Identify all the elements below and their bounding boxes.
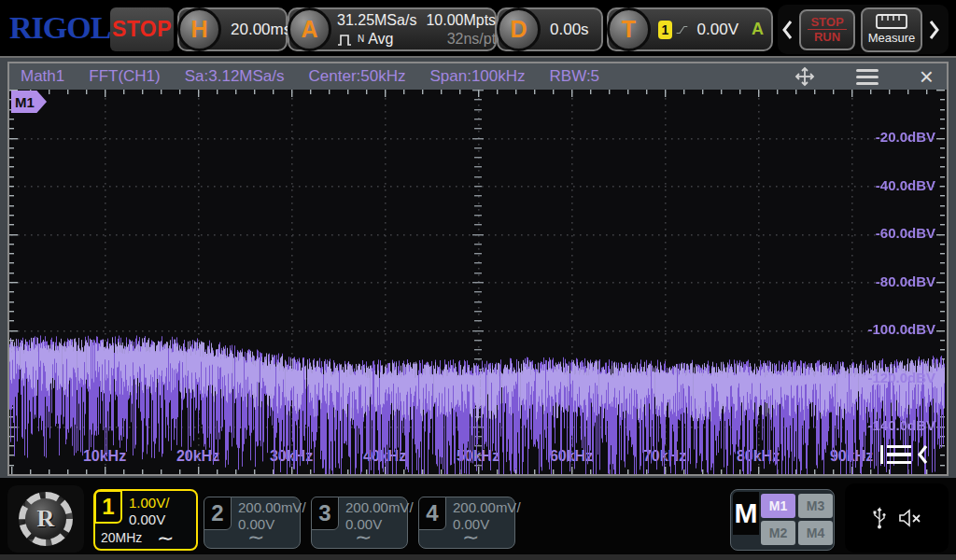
fft-rbw: RBW:5: [550, 67, 600, 86]
math-label: Math1: [21, 67, 64, 86]
speaker-muted-icon: [898, 508, 922, 528]
trigger-sweep-mode: A: [752, 20, 764, 39]
y-axis-label: -40.0dBV: [876, 177, 935, 193]
channel-2-button[interactable]: 2 200.00mV/ 0.00V ∼: [204, 497, 301, 549]
trigger-knob[interactable]: T: [607, 7, 651, 51]
channel-4-scale: 200.00mV/: [453, 499, 521, 515]
avg-mode-icon: [337, 32, 356, 47]
acquisition-mode: Avg: [368, 30, 393, 49]
fft-trace-canvas[interactable]: [9, 90, 945, 474]
channel-4-number: 4: [418, 497, 446, 530]
sample-resolution-value: 32ns/pt: [426, 30, 496, 49]
channel-1-number: 1: [94, 490, 122, 524]
trigger-source-badge: 1: [658, 21, 672, 39]
ac-coupling-icon: ∼: [462, 525, 477, 550]
ac-coupling-icon: ∼: [247, 525, 262, 550]
trigger-settings-button[interactable]: T 1 0.00V A: [607, 7, 773, 51]
y-axis-label: -120.0dBV: [867, 370, 935, 385]
y-axis-label: -60.0dBV: [876, 225, 935, 241]
math-slot-m4[interactable]: M4: [798, 521, 833, 545]
math-panel-button[interactable]: M M1 M3 M2 M4: [730, 489, 835, 551]
acquisition-settings-button[interactable]: A 31.25MSa/s N Avg 10.00Mpts 32ns/pt: [288, 7, 497, 51]
stop-run-button[interactable]: STOP RUN: [799, 9, 855, 50]
channel-4-button[interactable]: 4 200.00mV/ 0.00V ∼: [418, 497, 515, 549]
menu-collapse-icon[interactable]: [880, 444, 928, 465]
ac-coupling-icon: ∼: [355, 525, 370, 550]
fft-window-header[interactable]: Math1 FFT(CH1) Sa:3.12MSa/s Center:50kHz…: [9, 63, 947, 90]
horizontal-knob[interactable]: H: [177, 7, 221, 51]
close-window-icon[interactable]: ×: [920, 67, 934, 86]
ruler-icon: [876, 14, 907, 29]
channel-3-button[interactable]: 3 200.00mV/ 0.00V ∼: [311, 497, 408, 549]
chevron-left-icon: [917, 444, 928, 465]
y-axis-label: -20.0dBV: [876, 129, 935, 145]
run-state-indicator[interactable]: STOP: [110, 7, 174, 51]
y-axis-label: -100.0dBV: [867, 321, 935, 337]
channel-3-scale: 200.00mV/: [345, 499, 414, 515]
ac-coupling-icon: ∼: [157, 526, 172, 551]
horizontal-settings-button[interactable]: H 20.00ms/: [177, 7, 288, 51]
fft-function-label: FFT(CH1): [89, 67, 160, 86]
channel-1-bandwidth: 20MHz: [101, 530, 142, 545]
move-window-icon[interactable]: [794, 66, 815, 87]
delay-knob[interactable]: D: [497, 7, 541, 51]
usb-icon: [872, 506, 887, 530]
measure-button[interactable]: Measure: [861, 7, 922, 52]
top-toolbar: RIGOL STOP H 20.00ms/ A 31.25MSa/s N Avg…: [0, 0, 956, 58]
fft-center-frequency: Center:50kHz: [309, 67, 406, 86]
prev-tools-chevron[interactable]: [781, 19, 794, 41]
measure-label: Measure: [868, 31, 916, 45]
math-slot-m2[interactable]: M2: [761, 521, 795, 545]
delay-value: 0.00s: [541, 21, 598, 39]
window-menu-icon[interactable]: [856, 69, 879, 85]
rigol-logo: RIGOL: [9, 10, 110, 46]
gear-logo-icon: R: [19, 492, 73, 546]
next-tools-chevron[interactable]: [928, 19, 940, 41]
gear-logo-letter: R: [37, 505, 55, 533]
channel-2-scale: 200.00mV/: [238, 499, 306, 515]
trigger-slope-icon: [676, 21, 688, 39]
channel-1-button[interactable]: 1 1.00V/ 0.00V 20MHz ∼: [93, 489, 198, 551]
fft-graticule: M1 -20.0dBV -40.0dBV -60.0dBV -80.0dBV -…: [9, 90, 945, 474]
y-axis-label: -140.0dBV: [867, 417, 935, 433]
rigol-menu-button[interactable]: R: [7, 485, 84, 553]
bottom-bar: R 1 1.00V/ 0.00V 20MHz ∼ 2 200.00mV/ 0.0…: [0, 478, 956, 560]
trigger-level-value: 0.00V: [697, 21, 738, 39]
fft-span: Span:100kHz: [429, 67, 525, 86]
channel-1-scale: 1.00V/: [129, 495, 169, 511]
channel-3-number: 3: [311, 497, 339, 530]
toolbar-quick-panel: STOP RUN Measure: [778, 5, 949, 54]
y-axis-label: -80.0dBV: [876, 273, 935, 289]
math-slot-m1[interactable]: M1: [761, 494, 795, 518]
system-status-panel[interactable]: [845, 483, 949, 553]
bottom-strip: [0, 554, 956, 560]
delay-settings-button[interactable]: D 0.00s: [497, 7, 603, 51]
memory-depth-value: 10.00Mpts: [426, 11, 496, 30]
avg-power-label: N: [358, 30, 364, 49]
acquisition-knob[interactable]: A: [288, 7, 331, 51]
math1-fft-window: Math1 FFT(CH1) Sa:3.12MSa/s Center:50kHz…: [7, 62, 949, 476]
math-slot-m3[interactable]: M3: [798, 494, 833, 518]
channel-1-offset: 0.00V: [129, 511, 165, 527]
math-panel-label: M: [733, 492, 759, 535]
fft-sample-rate: Sa:3.12MSa/s: [185, 67, 285, 86]
oscilloscope-screen: RIGOL STOP H 20.00ms/ A 31.25MSa/s N Avg…: [0, 0, 956, 560]
sample-rate-value: 31.25MSa/s: [337, 11, 416, 30]
channel-2-number: 2: [204, 497, 232, 530]
